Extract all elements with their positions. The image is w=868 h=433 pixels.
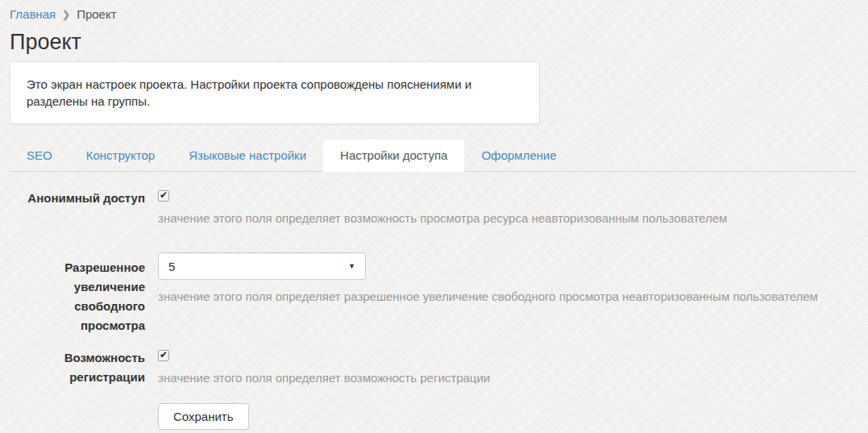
allowed-zoom-label: Разрешенное увеличение свободного просмо… (10, 252, 145, 335)
anonymous-access-hint: значение этого поля определяет возможнос… (158, 210, 858, 227)
registration-control: ✔ значение этого поля определяет возможн… (158, 348, 858, 387)
anonymous-access-checkbox[interactable]: ✔ (158, 190, 169, 202)
allowed-zoom-hint: значение этого поля определяет разрешенн… (158, 288, 858, 305)
breadcrumb-link-home[interactable]: Главная (10, 7, 56, 22)
form-group-anonymous-access: Анонимный доступ ✔ значение этого поля о… (10, 189, 858, 227)
info-box: Это экран настроек проекта. Настройки пр… (10, 61, 540, 124)
tab-appearance[interactable]: Оформление (464, 139, 573, 172)
breadcrumb: Главная ❯ Проект (10, 0, 858, 22)
form-group-registration: Возможность регистрации ✔ значение этого… (10, 348, 858, 387)
registration-label: Возможность регистрации (10, 348, 145, 387)
registration-hint: значение этого поля определяет возможнос… (158, 369, 858, 386)
form-group-allowed-zoom: Разрешенное увеличение свободного просмо… (10, 252, 858, 335)
form-actions: Сохранить (158, 403, 858, 430)
tab-seo[interactable]: SEO (10, 139, 69, 172)
anonymous-access-control: ✔ значение этого поля определяет возможн… (158, 189, 858, 227)
save-button[interactable]: Сохранить (158, 403, 249, 430)
anonymous-access-label: Анонимный доступ (10, 189, 145, 227)
page-title: Проект (10, 31, 858, 53)
allowed-zoom-selected-value: 5 (168, 260, 175, 273)
caret-down-icon: ▼ (348, 262, 355, 270)
breadcrumb-current: Проект (77, 7, 116, 22)
allowed-zoom-select[interactable]: 5 ▼ (158, 252, 366, 280)
project-settings-page: Главная ❯ Проект Проект Это экран настро… (0, 0, 868, 430)
registration-checkbox[interactable]: ✔ (158, 350, 169, 361)
tab-access-settings[interactable]: Настройки доступа (323, 139, 464, 172)
tab-constructor[interactable]: Конструктор (69, 139, 172, 172)
check-icon: ✔ (160, 350, 168, 360)
info-box-text: Это экран настроек проекта. Настройки пр… (27, 77, 471, 108)
tab-bar: SEO Конструктор Языковые настройки Настр… (10, 139, 858, 172)
check-icon: ✔ (160, 190, 168, 200)
tab-language-settings[interactable]: Языковые настройки (172, 139, 323, 172)
access-settings-form: Анонимный доступ ✔ значение этого поля о… (10, 189, 858, 430)
chevron-right-icon: ❯ (62, 7, 70, 22)
allowed-zoom-control: 5 ▼ значение этого поля определяет разре… (158, 252, 858, 335)
